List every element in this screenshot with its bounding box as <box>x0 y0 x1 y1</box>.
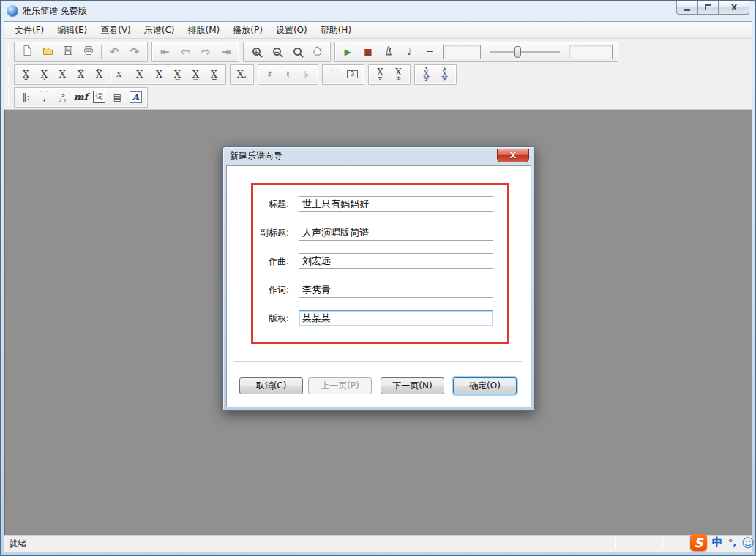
octave-down-1-icon[interactable]: X̣ <box>35 66 53 83</box>
grace-note-up-icon[interactable]: X̲ʟ <box>371 66 389 83</box>
first-page-icon[interactable]: ⇤ <box>154 43 175 61</box>
font-icon[interactable]: A <box>127 89 145 106</box>
quarter-duration-icon[interactable]: X <box>150 66 168 83</box>
natural-icon: ♮ <box>286 70 289 80</box>
status-divider <box>662 538 662 549</box>
dialog-field-row: 副标题: <box>227 225 498 241</box>
sharp-icon[interactable]: ♯ <box>261 66 279 83</box>
flat-icon: ♭ <box>304 70 309 80</box>
zoom-out-icon[interactable]: − <box>266 43 287 61</box>
octave-up-2-icon[interactable]: Ẍ <box>90 66 108 83</box>
title-input[interactable] <box>299 196 493 212</box>
undo-icon[interactable]: ↶ <box>104 43 124 61</box>
metronome-icon[interactable] <box>378 43 399 61</box>
new-file-icon[interactable] <box>17 43 37 61</box>
thirtysecond-note-icon[interactable]: X̳̲ <box>205 66 223 83</box>
ime-language-icon[interactable]: 中 <box>712 536 723 549</box>
repeat-barline-icon[interactable]: ‖: <box>17 89 35 106</box>
open-file-icon <box>42 45 54 59</box>
tempo-box[interactable] <box>443 45 481 59</box>
half-note-icon[interactable]: X- <box>132 66 150 83</box>
composer-input[interactable] <box>299 253 493 269</box>
ime-punctuation-icon[interactable]: °, <box>728 537 736 548</box>
metronome-icon <box>383 45 394 59</box>
tempo-box-2[interactable] <box>569 45 613 59</box>
dialog-close-button[interactable]: X <box>497 149 529 162</box>
menu-item-7[interactable]: 设置(O) <box>270 22 313 39</box>
last-page-icon[interactable]: ⇥ <box>216 43 236 61</box>
sharp-icon: ♯ <box>268 70 272 80</box>
sixteenth-note-icon[interactable]: X̳ <box>187 66 205 83</box>
octave-middle-icon[interactable]: X <box>53 66 72 83</box>
fermata-icon[interactable]: ⌒• <box>35 89 53 106</box>
prev-page-icon[interactable]: ⇦ <box>175 43 195 61</box>
toolbar-grip[interactable] <box>8 44 10 60</box>
lyricist-input[interactable] <box>299 282 493 298</box>
stack-bottom: ʟ <box>379 77 382 80</box>
ime-emoji-icon[interactable]: ☺ <box>741 536 755 550</box>
text-block-icon[interactable]: ▤ <box>108 89 127 106</box>
menu-item-1[interactable]: 文件(F) <box>9 22 50 39</box>
octave-up-1-icon[interactable]: Ẋ <box>72 66 90 83</box>
dotted-note-icon[interactable]: X. <box>233 66 251 83</box>
toolbar-grip[interactable] <box>8 67 10 83</box>
field-label: 副标题: <box>227 227 294 239</box>
cancel-button[interactable]: 取消(C) <box>239 377 303 394</box>
app-icon <box>7 5 18 17</box>
tempo-slider[interactable] <box>490 45 560 59</box>
play-icon[interactable]: ▶ <box>337 43 358 61</box>
menu-item-2[interactable]: 编辑(E) <box>51 22 93 39</box>
pan-hand-icon[interactable] <box>307 43 328 61</box>
menu-item-3[interactable]: 查看(V) <box>94 22 137 39</box>
eighth-note-icon[interactable]: X̲ <box>168 66 187 83</box>
close-button[interactable]: X <box>719 1 749 15</box>
ok-button[interactable]: 确定(O) <box>453 377 517 394</box>
copyright-input[interactable] <box>299 310 493 326</box>
field-label: 作曲: <box>227 255 294 268</box>
slur-icon[interactable]: ⌒ <box>325 66 343 83</box>
stop-icon[interactable]: ■ <box>358 43 378 61</box>
triplet-icon[interactable]: 3 <box>343 66 362 83</box>
accent-fingering-icon[interactable]: ＞2 1 <box>53 89 72 106</box>
octave-middle-icon: X <box>59 69 66 80</box>
quarter-note-icon[interactable]: ♩ <box>399 43 419 61</box>
grace-note-down-icon[interactable]: X̲⊥ <box>389 66 408 83</box>
redo-icon[interactable]: ↷ <box>124 43 145 61</box>
menu-item-5[interactable]: 排版(M) <box>182 22 226 39</box>
expand-pitch-icon[interactable]: ▴X̳▾ <box>435 66 454 83</box>
toolbar-group: ▶■♩= <box>334 42 618 62</box>
subtitle-input[interactable] <box>299 225 493 241</box>
next-page-icon[interactable]: ⇨ <box>195 43 216 61</box>
print-icon[interactable] <box>78 43 99 61</box>
zoom-region-icon[interactable] <box>287 43 307 61</box>
toolbar-grip[interactable] <box>8 89 10 105</box>
equals-label[interactable]: = <box>419 43 440 61</box>
whole-note-icon[interactable]: X--- <box>113 66 132 83</box>
toolbar-group: ⌒3 <box>322 64 364 85</box>
next-page-button[interactable]: 下一页(N) <box>381 377 444 394</box>
compress-pitch-icon: ▾X̳▴ <box>423 67 430 82</box>
dynamics-mf-icon[interactable]: mf <box>72 89 90 106</box>
toolbar-area: ↶↷⇤⇦⇨⇥+−▶■♩=X̤X̣XẊẌX---X-XX̲X̳X̳̲X.♯♮♭⌒3… <box>4 39 752 110</box>
minimize-button[interactable] <box>676 1 697 15</box>
zoom-in-icon[interactable]: + <box>246 43 266 61</box>
slider-thumb[interactable] <box>514 46 521 58</box>
toolbar-row-2: X̤X̣XẊẌX---X-XX̲X̳X̳̲X.♯♮♭⌒3X̲ʟX̲⊥▾X̳▴▴X… <box>6 63 752 86</box>
octave-down-2-icon[interactable]: X̤ <box>17 66 35 83</box>
dialog-separator <box>234 361 522 362</box>
flat-icon[interactable]: ♭ <box>297 66 315 83</box>
menu-item-8[interactable]: 帮助(H) <box>315 22 357 39</box>
minimize-icon <box>684 9 690 11</box>
menu-item-4[interactable]: 乐谱(C) <box>138 22 181 39</box>
open-file-icon[interactable] <box>37 43 58 61</box>
natural-icon[interactable]: ♮ <box>279 66 297 83</box>
lyrics-icon[interactable]: 词 <box>90 89 108 106</box>
dialog-title-bar: 新建乐谱向导 <box>223 147 534 165</box>
save-file-icon[interactable] <box>58 43 78 61</box>
maximize-button[interactable] <box>697 1 719 15</box>
stack-bottom: 2 1 <box>59 99 67 103</box>
compress-pitch-icon[interactable]: ▾X̳▴ <box>417 66 435 83</box>
menu-item-6[interactable]: 播放(P) <box>227 22 269 39</box>
sogou-icon[interactable]: S <box>690 534 707 551</box>
maximize-icon <box>705 4 711 10</box>
